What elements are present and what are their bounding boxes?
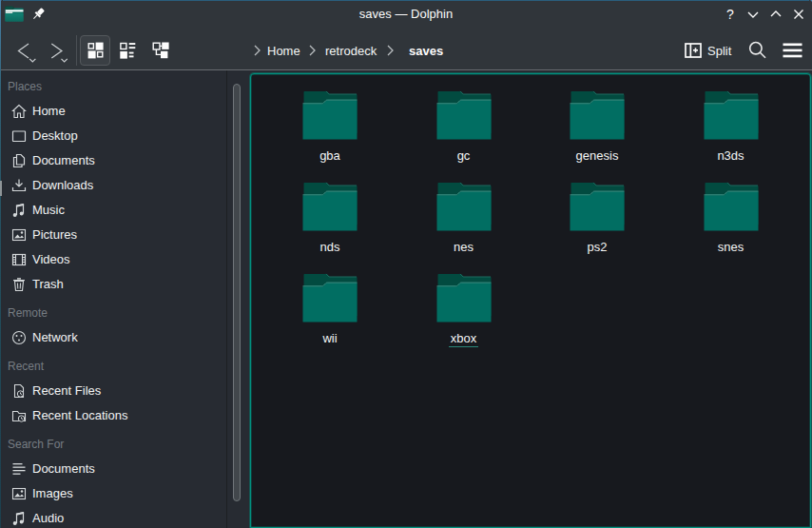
- svg-text:?: ?: [726, 7, 734, 22]
